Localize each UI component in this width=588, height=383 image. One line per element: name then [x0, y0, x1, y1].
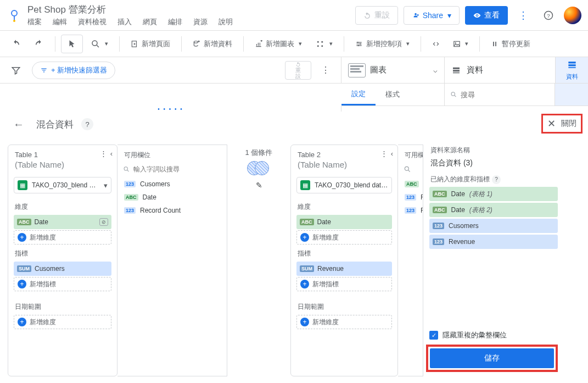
collapse-icon[interactable]: ‹ [391, 149, 393, 158]
checkbox-icon: ✓ [429, 331, 438, 340]
menu-insert[interactable]: 插入 [117, 17, 132, 27]
data-side-tab[interactable]: 資料 [555, 57, 588, 83]
add-daterange-button[interactable]: +新增維度 [14, 315, 111, 329]
tab-setup[interactable]: 設定 [341, 84, 376, 106]
menu-help[interactable]: 說明 [219, 17, 233, 27]
blend-title: 混合資料 [36, 118, 74, 131]
card-more-icon[interactable]: ⋮ [100, 149, 107, 158]
save-button-highlight: 儲存 [426, 345, 558, 372]
included-field[interactable]: ABCDate(表格 2) [429, 203, 558, 217]
svg-rect-18 [453, 67, 460, 69]
tab-style[interactable]: 樣式 [376, 84, 410, 106]
add-dimension-button[interactable]: +新增維度 [14, 230, 111, 245]
svg-rect-23 [568, 67, 575, 68]
field-item[interactable]: 123Record Count [117, 204, 227, 217]
embed-button[interactable] [427, 35, 445, 53]
view-button[interactable]: 查看 [465, 6, 508, 25]
add-metric-button[interactable]: +新增指標 [296, 277, 392, 291]
chevron-down-icon: ⌵ [433, 66, 438, 74]
help-icon[interactable]: ? [539, 5, 558, 25]
menu-view[interactable]: 資料檢視 [78, 17, 107, 27]
svg-point-9 [317, 45, 319, 47]
zoom-tool[interactable]: ▾ [85, 35, 114, 53]
drag-handle-icon[interactable]: • • • • • [158, 106, 183, 112]
help-icon[interactable]: ? [492, 175, 501, 184]
datasource-selector[interactable]: ▦ TAKO_0730_blend data_example_customers… [14, 177, 111, 193]
filter-icon[interactable] [5, 61, 26, 80]
app-header: Pet Shop 營業分析 檔案 編輯 資料檢視 插入 網頁 編排 資源 說明 … [0, 0, 588, 31]
fields-search[interactable] [123, 165, 221, 173]
svg-point-0 [12, 10, 17, 16]
add-chart-button[interactable]: 新增圖表▾ [249, 35, 307, 53]
add-dimension-button[interactable]: +新增維度 [296, 230, 392, 245]
cursor-tool[interactable] [61, 35, 83, 53]
svg-rect-16 [493, 41, 494, 46]
metric-chip-customers[interactable]: SUMCusomers [14, 262, 111, 276]
table-chart-icon [348, 63, 366, 77]
menu-file[interactable]: 檔案 [27, 17, 42, 27]
svg-point-24 [451, 92, 455, 96]
filter-reset-button[interactable]: 重設 [285, 61, 311, 80]
community-button[interactable]: ▾ [310, 35, 338, 53]
field-item[interactable]: ABCDate [117, 191, 227, 204]
sheets-icon: ▦ [300, 180, 310, 190]
svg-point-10 [321, 45, 323, 47]
blend-output-panel: 資料來源名稱 混合資料 (3) 已納入的維度和指標 ? ABCDate(表格 1… [423, 145, 561, 376]
reset-button[interactable]: 重設 [355, 6, 398, 25]
dim-chip-date[interactable]: ABCDate [296, 215, 392, 229]
collapse-icon[interactable]: ‹ [110, 149, 113, 158]
included-field[interactable]: 123Cusomers [429, 219, 558, 233]
dim-chip-date[interactable]: ABCDate⊘ [14, 215, 111, 229]
add-page-button[interactable]: 新增頁面 [125, 35, 176, 53]
add-control-button[interactable]: 新增控制項▾ [350, 35, 415, 53]
blend-panel-header: ← 混合資料 ? ✕ 關閉 [0, 112, 588, 137]
menu-edit[interactable]: 編輯 [53, 17, 67, 27]
back-arrow-icon[interactable]: ← [9, 114, 29, 134]
svg-rect-19 [453, 70, 460, 71]
table2-fields: 可用欄位 ABCD 123R 123R [398, 145, 423, 376]
help-icon[interactable]: ? [81, 118, 93, 130]
svg-point-13 [358, 45, 359, 46]
filter-more-icon[interactable]: ⋮ [316, 60, 335, 80]
svg-point-4 [92, 41, 97, 46]
card-more-icon[interactable]: ⋮ [380, 149, 388, 158]
title-block: Pet Shop 營業分析 檔案 編輯 資料檢視 插入 網頁 編排 資源 說明 [27, 3, 233, 27]
menu-resource[interactable]: 資源 [193, 17, 208, 27]
more-menu-button[interactable]: ⋮ [513, 5, 533, 25]
pause-refresh-button[interactable]: 暫停更新 [485, 35, 536, 53]
svg-point-15 [455, 42, 456, 43]
avatar[interactable] [564, 7, 581, 24]
included-field[interactable]: ABCDate(表格 1) [429, 187, 558, 201]
datasource-selector[interactable]: ▦ TAKO_0730_blend data_example… [296, 177, 392, 193]
svg-rect-17 [495, 41, 496, 46]
save-button[interactable]: 儲存 [430, 348, 554, 368]
doc-title[interactable]: Pet Shop 營業分析 [27, 3, 233, 16]
link-icon: ⊘ [99, 218, 108, 226]
undo-button[interactable] [5, 35, 26, 53]
close-button-highlight: ✕ 關閉 [541, 114, 583, 134]
join-config[interactable]: 1 個條件 ✎ [227, 145, 290, 376]
add-data-button[interactable]: 新增資料 [187, 35, 238, 53]
blend-name-input[interactable]: 混合資料 (3) [426, 156, 561, 174]
included-field[interactable]: 123Revenue [429, 235, 558, 249]
menu-arrange[interactable]: 編排 [168, 17, 182, 27]
table2-card: ⋮‹ Table 2 (Table Name) ▦ TAKO_0730_blen… [290, 145, 398, 376]
data-icon [451, 65, 461, 75]
menu-page[interactable]: 網頁 [143, 17, 157, 27]
edit-pencil-icon[interactable]: ✎ [256, 181, 262, 190]
add-quick-filter-button[interactable]: + 新增快速篩選器 [32, 62, 115, 79]
close-icon[interactable]: ✕ [547, 118, 556, 130]
image-button[interactable]: ▾ [447, 35, 474, 53]
svg-point-6 [194, 41, 198, 43]
chart-type-selector[interactable]: 圖表 ⌵ [348, 63, 438, 77]
add-metric-button[interactable]: +新增指標 [14, 277, 111, 291]
add-daterange-button[interactable]: +新增維度 [296, 315, 392, 329]
data-search[interactable] [450, 91, 549, 99]
field-item[interactable]: 123Cusomers [117, 177, 227, 191]
hide-duplicate-checkbox[interactable]: ✓ 隱藏重複的彙整欄位 [426, 326, 558, 345]
close-label[interactable]: 關閉 [561, 119, 576, 129]
metric-chip-revenue[interactable]: SUMRevenue [296, 262, 392, 276]
share-button[interactable]: Share ▾ [404, 6, 460, 25]
table1-fields: 可用欄位 123Cusomers ABCDate 123Record Count [117, 145, 227, 376]
redo-button[interactable] [29, 35, 49, 53]
